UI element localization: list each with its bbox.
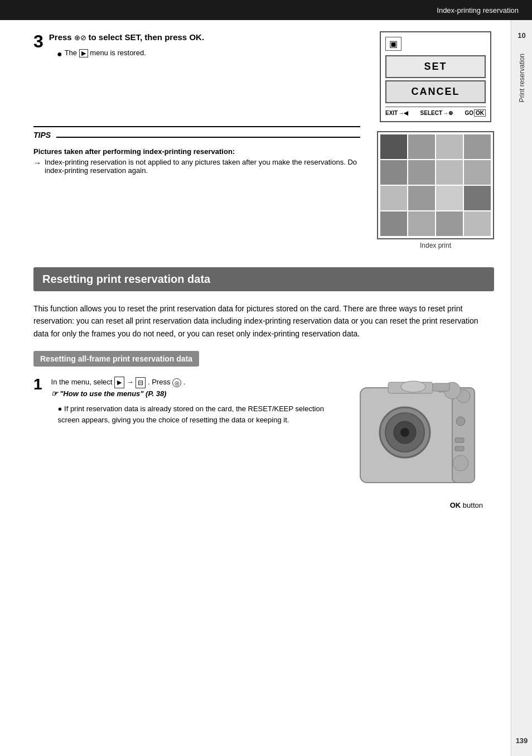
step1-section: 1 In the menu, select ▶ → ⊟ . Press ◎ . … — [33, 377, 494, 509]
svg-point-9 — [456, 417, 465, 426]
index-cell-2 — [408, 134, 435, 159]
step3-bullet: ● The ▶ menu is restored. — [57, 49, 360, 59]
index-cell-12 — [464, 186, 491, 210]
step3-header: 3 Press ⊕⊘ to select SET, then press OK. — [33, 31, 360, 43]
step1-content: In the menu, select ▶ → ⊟ . Press ◎ . ☞ … — [51, 377, 338, 425]
footer-ok-box: OK — [474, 109, 486, 117]
header-bar: Index-printing reservation — [0, 0, 532, 20]
index-cell-4 — [464, 134, 491, 159]
header-title: Index-printing reservation — [437, 6, 519, 15]
step1-left: 1 In the menu, select ▶ → ⊟ . Press ◎ . … — [33, 377, 338, 425]
reference-link: ☞ "How to use the menus" (P. 38) — [51, 389, 167, 398]
chapter-number: 10 — [518, 31, 525, 40]
play-icon: ▶ — [114, 377, 124, 388]
camera-screen: ▣ SET CANCEL EXIT →◀ SELECT →⊕ GO OK — [380, 31, 491, 122]
index-print-container: Index print — [377, 131, 494, 249]
index-cell-13 — [380, 211, 407, 236]
cancel-menu-item[interactable]: CANCEL — [385, 80, 486, 103]
svg-rect-10 — [455, 438, 464, 442]
index-cell-5 — [380, 160, 407, 185]
camera-svg — [355, 377, 489, 505]
index-cell-6 — [408, 160, 435, 185]
camera-image-wrap: OK button — [349, 377, 494, 509]
index-cell-10 — [408, 186, 435, 210]
index-cell-14 — [408, 211, 435, 236]
index-cell-11 — [436, 186, 463, 210]
play-menu-icon: ▶ — [79, 49, 88, 57]
camera-footer: EXIT →◀ SELECT →⊕ GO OK — [385, 107, 486, 117]
footer-go: GO OK — [465, 109, 486, 117]
index-cell-9 — [380, 186, 407, 210]
index-cell-7 — [436, 160, 463, 185]
step1-header: 1 In the menu, select ▶ → ⊟ . Press ◎ . … — [33, 377, 338, 425]
index-cell-3 — [436, 134, 463, 159]
index-print-label: Index print — [377, 242, 494, 249]
tips-body: → Index-printing reservation is not appl… — [33, 158, 360, 175]
right-sidebar: 10 Print reservation 139 — [511, 20, 532, 756]
page-number: 139 — [516, 736, 528, 745]
index-cell-15 — [436, 211, 463, 236]
footer-exit: EXIT →◀ — [385, 109, 408, 117]
step3-right: ▣ SET CANCEL EXIT →◀ SELECT →⊕ GO OK — [377, 31, 494, 249]
index-cell-1 — [380, 134, 407, 159]
camera-screen-header: ▣ — [385, 37, 486, 51]
footer-select: SELECT →⊕ — [420, 109, 453, 117]
index-grid — [377, 131, 494, 239]
step3-section: 3 Press ⊕⊘ to select SET, then press OK.… — [33, 31, 494, 249]
body-paragraph: This function allows you to reset the pr… — [33, 302, 494, 340]
index-cell-8 — [464, 160, 491, 185]
step1-bullet: ● If print reservation data is already s… — [51, 403, 338, 425]
tips-arrow: → — [33, 158, 41, 167]
ok-circle-icon: ◎ — [172, 378, 181, 387]
main-content: 3 Press ⊕⊘ to select SET, then press OK.… — [0, 31, 511, 526]
tips-subtitle: Pictures taken after performing index-pr… — [33, 147, 360, 156]
step3-number: 3 — [33, 32, 43, 50]
tips-header: TIPS — [33, 131, 360, 144]
svg-point-3 — [401, 381, 425, 392]
step3-title: Press ⊕⊘ to select SET, then press OK. — [49, 32, 204, 42]
svg-point-14 — [453, 455, 468, 471]
sub-section-header: Resetting all-frame print reservation da… — [33, 351, 199, 367]
section-header: Resetting print reservation data — [33, 267, 494, 291]
tips-divider — [56, 137, 360, 138]
sidebar-label: Print reservation — [518, 54, 526, 102]
print-icon: ⊟ — [136, 377, 146, 388]
set-menu-item[interactable]: SET — [385, 55, 486, 78]
tips-title: TIPS — [33, 131, 51, 139]
index-cell-16 — [464, 211, 491, 236]
svg-point-7 — [400, 428, 409, 437]
step3-left: 3 Press ⊕⊘ to select SET, then press OK.… — [33, 31, 360, 175]
camera-screen-icon: ▣ — [385, 37, 402, 51]
step1-number: 1 — [33, 377, 42, 392]
svg-rect-11 — [455, 446, 464, 451]
svg-rect-15 — [433, 383, 449, 391]
step1-instruction-line: In the menu, select ▶ → ⊟ . Press ◎ . ☞ … — [51, 377, 338, 399]
tips-section: TIPS Pictures taken after performing ind… — [33, 126, 360, 175]
